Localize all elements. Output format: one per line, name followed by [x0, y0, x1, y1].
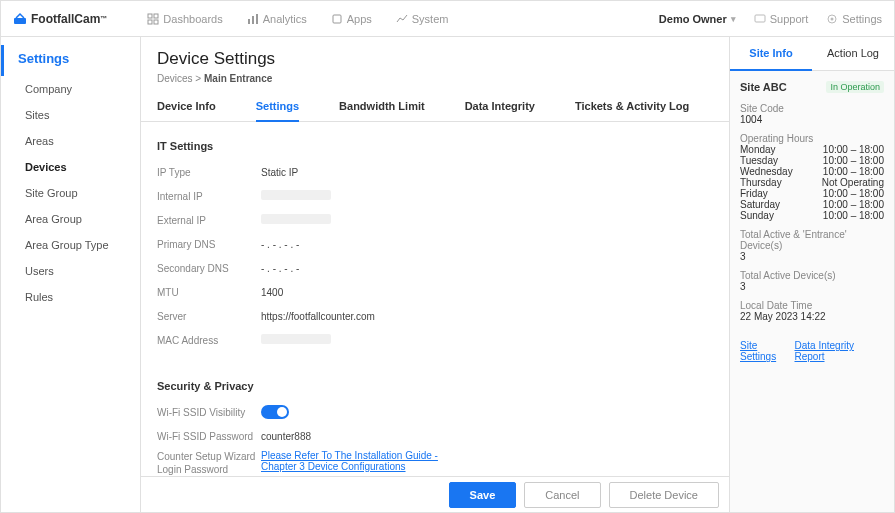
- brand-logo: FootfallCam™: [13, 12, 107, 26]
- primary-dns-label: Primary DNS: [157, 239, 261, 250]
- main: Device Settings Devices > Main Entrance …: [141, 37, 729, 512]
- ip-type-value: Static IP: [261, 167, 298, 178]
- sidebar-header: Settings: [1, 45, 140, 76]
- sidebar-item-rules[interactable]: Rules: [1, 284, 140, 310]
- sidebar-item-area-group-type[interactable]: Area Group Type: [1, 232, 140, 258]
- svg-rect-6: [252, 16, 254, 24]
- internal-ip-value: [261, 190, 331, 200]
- mac-value: [261, 334, 331, 344]
- svg-point-11: [831, 17, 834, 20]
- wifi-visibility-toggle[interactable]: [261, 405, 289, 419]
- site-name: Site ABC: [740, 81, 787, 93]
- system-icon: [396, 13, 408, 25]
- wizard-password-label: Counter Setup Wizard Login Password: [157, 450, 261, 476]
- sidebar-item-site-group[interactable]: Site Group: [1, 180, 140, 206]
- tab-device-info[interactable]: Device Info: [157, 100, 216, 121]
- svg-rect-7: [256, 14, 258, 24]
- rp-tab-action-log[interactable]: Action Log: [812, 37, 894, 70]
- wifi-visibility-label: Wi-Fi SSID Visibility: [157, 407, 261, 418]
- total-devices-label: Total Active Device(s): [740, 270, 884, 281]
- svg-rect-5: [248, 19, 250, 24]
- wifi-password-value: counter888: [261, 431, 311, 442]
- nav-system[interactable]: System: [396, 13, 449, 25]
- tab-bandwidth[interactable]: Bandwidth Limit: [339, 100, 425, 121]
- mtu-label: MTU: [157, 287, 261, 298]
- sidebar-item-users[interactable]: Users: [1, 258, 140, 284]
- external-ip-label: External IP: [157, 215, 261, 226]
- tab-settings[interactable]: Settings: [256, 100, 299, 122]
- svg-rect-1: [148, 14, 152, 18]
- owner-menu[interactable]: Demo Owner ▾: [659, 13, 736, 25]
- chevron-down-icon: ▾: [731, 14, 736, 24]
- breadcrumb: Devices > Main Entrance: [157, 73, 713, 84]
- cancel-button[interactable]: Cancel: [524, 482, 600, 508]
- ip-type-label: IP Type: [157, 167, 261, 178]
- top-nav: FootfallCam™ Dashboards Analytics Apps S…: [1, 1, 894, 37]
- sidebar: Settings Company Sites Areas Devices Sit…: [1, 37, 141, 512]
- delete-device-button[interactable]: Delete Device: [609, 482, 719, 508]
- apps-icon: [331, 13, 343, 25]
- svg-rect-0: [14, 18, 26, 24]
- site-code-label: Site Code: [740, 103, 884, 114]
- secondary-dns-value: - . - . - . -: [261, 263, 299, 274]
- nav-settings[interactable]: Settings: [826, 13, 882, 25]
- section-security: Security & Privacy: [157, 380, 713, 392]
- breadcrumb-current: Main Entrance: [204, 73, 272, 84]
- installation-guide-link[interactable]: Please Refer To The Installation Guide -…: [261, 450, 438, 472]
- site-code-value: 1004: [740, 114, 884, 125]
- wifi-password-label: Wi-Fi SSID Password: [157, 431, 261, 442]
- tab-tickets[interactable]: Tickets & Activity Log: [575, 100, 689, 121]
- status-badge: In Operation: [826, 81, 884, 93]
- content-tabs: Device Info Settings Bandwidth Limit Dat…: [141, 90, 729, 122]
- svg-rect-2: [154, 14, 158, 18]
- brand-name: FootfallCam: [31, 12, 100, 26]
- mac-label: MAC Address: [157, 335, 261, 346]
- analytics-icon: [247, 13, 259, 25]
- server-value: https://footfallcounter.com: [261, 311, 375, 322]
- local-datetime-label: Local Date Time: [740, 300, 884, 311]
- server-label: Server: [157, 311, 261, 322]
- sidebar-item-area-group[interactable]: Area Group: [1, 206, 140, 232]
- bottom-bar: Save Cancel Delete Device: [141, 476, 729, 512]
- mtu-value: 1400: [261, 287, 283, 298]
- total-devices-value: 3: [740, 281, 884, 292]
- local-datetime-value: 22 May 2023 14:22: [740, 311, 884, 322]
- svg-rect-9: [755, 15, 765, 22]
- nav-dashboards[interactable]: Dashboards: [147, 13, 222, 25]
- sidebar-item-sites[interactable]: Sites: [1, 102, 140, 128]
- svg-rect-4: [154, 20, 158, 24]
- section-it-settings: IT Settings: [157, 140, 713, 152]
- total-entrance-label: Total Active & 'Entrance' Device(s): [740, 229, 884, 251]
- nav-apps[interactable]: Apps: [331, 13, 372, 25]
- brand-icon: [13, 12, 27, 26]
- external-ip-value: [261, 214, 331, 224]
- data-integrity-link[interactable]: Data Integrity Report: [794, 340, 884, 362]
- secondary-dns-label: Secondary DNS: [157, 263, 261, 274]
- save-button[interactable]: Save: [449, 482, 517, 508]
- nav-support[interactable]: Support: [754, 13, 809, 25]
- total-entrance-value: 3: [740, 251, 884, 262]
- sidebar-item-devices[interactable]: Devices: [1, 154, 140, 180]
- svg-rect-3: [148, 20, 152, 24]
- breadcrumb-root[interactable]: Devices: [157, 73, 193, 84]
- tab-data-integrity[interactable]: Data Integrity: [465, 100, 535, 121]
- gear-icon: [826, 13, 838, 25]
- nav-analytics[interactable]: Analytics: [247, 13, 307, 25]
- sidebar-item-areas[interactable]: Areas: [1, 128, 140, 154]
- support-icon: [754, 13, 766, 25]
- rp-tab-site-info[interactable]: Site Info: [730, 37, 812, 71]
- svg-rect-8: [333, 15, 341, 23]
- internal-ip-label: Internal IP: [157, 191, 261, 202]
- right-panel: Site Info Action Log Site ABC In Operati…: [729, 37, 894, 512]
- hours-label: Operating Hours: [740, 133, 884, 144]
- page-title: Device Settings: [157, 49, 713, 69]
- primary-dns-value: - . - . - . -: [261, 239, 299, 250]
- site-settings-link[interactable]: Site Settings: [740, 340, 794, 362]
- sidebar-item-company[interactable]: Company: [1, 76, 140, 102]
- brand-tm: ™: [100, 15, 107, 22]
- dashboard-icon: [147, 13, 159, 25]
